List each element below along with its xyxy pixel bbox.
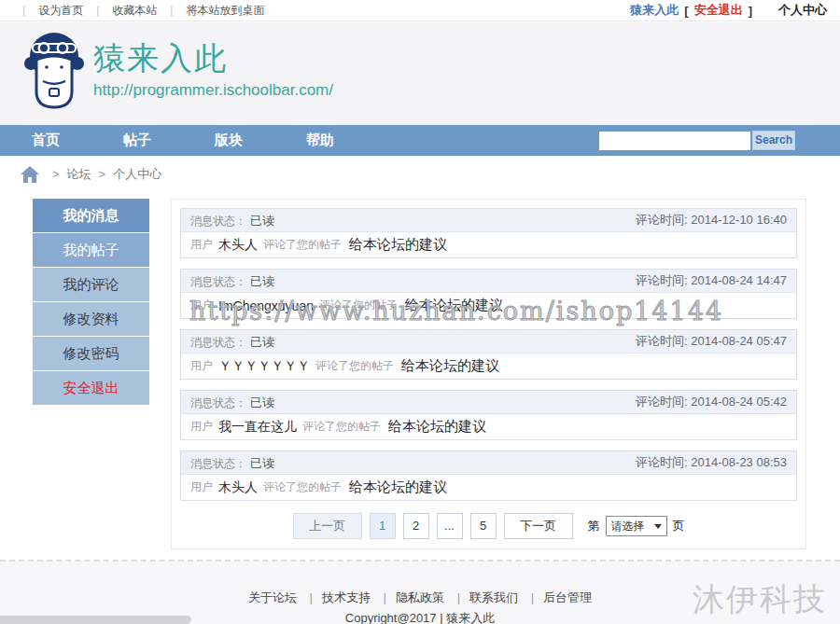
topbar-links: 设为首页 收藏本站 将本站放到桌面 — [9, 3, 264, 19]
search-area: Search — [599, 131, 795, 150]
breadcrumb-user-center[interactable]: 个人中心 — [91, 166, 162, 183]
page-button-2[interactable]: 2 — [403, 513, 429, 539]
jump-suffix: 页 — [673, 518, 685, 534]
nav-item-help[interactable]: 帮助 — [274, 132, 366, 149]
commenter-name[interactable]: 木头人 — [218, 237, 258, 254]
logout-link[interactable]: 安全退出 — [694, 2, 743, 19]
user-center-sidebar: 我的消息 我的帖子 我的评论 修改资料 修改密码 安全退出 — [33, 199, 149, 406]
sidebar-item-my-posts[interactable]: 我的帖子 — [33, 233, 149, 267]
comment-time: 评论时间: 2014-08-24 05:42 — [636, 394, 787, 410]
logo-text-block: 猿来入此 http://programmer.ischoolbar.com/ — [93, 30, 333, 100]
search-input[interactable] — [599, 132, 750, 150]
prev-page-button[interactable]: 上一页 — [293, 513, 362, 539]
post-title-link[interactable]: 给本论坛的建议 — [349, 236, 447, 254]
nav-item-boards[interactable]: 版块 — [183, 132, 274, 149]
message-card-body: 用户 木头人 评论了您的帖子 给本论坛的建议 — [181, 475, 796, 500]
user-center-link[interactable]: 个人中心 — [778, 2, 827, 19]
status-value: 已读 — [250, 214, 274, 228]
breadcrumb: 论坛 个人中心 — [0, 156, 840, 193]
post-title-link[interactable]: 给本论坛的建议 — [388, 418, 486, 436]
action-text: 评论了您的帖子 — [302, 419, 381, 435]
footer-link-admin[interactable]: 后台管理 — [522, 590, 592, 604]
status-label: 消息状态： — [190, 215, 246, 228]
nav-item-home[interactable]: 首页 — [0, 132, 91, 149]
desktop-shortcut-link[interactable]: 将本站放到桌面 — [157, 3, 264, 19]
commenter-name[interactable]: ＹＹＹＹＹＹＹ — [218, 358, 310, 375]
message-list-panel: 消息状态：已读 评论时间: 2014-12-10 16:40 用户 木头人 评论… — [171, 199, 806, 549]
message-card-body: 用户 我一直在这儿 评论了您的帖子 给本论坛的建议 — [181, 414, 796, 439]
footer-link-contact[interactable]: 联系我们 — [448, 590, 518, 604]
brand-watermark: 沐伊科技 — [693, 578, 827, 621]
action-text: 评论了您的帖子 — [263, 479, 342, 495]
main-nav: 首页 帖子 版块 帮助 Search — [0, 125, 840, 156]
sidebar-item-change-password[interactable]: 修改密码 — [33, 337, 149, 370]
next-page-button[interactable]: 下一页 — [504, 513, 573, 539]
comment-time: 评论时间: 2014-12-10 16:40 — [636, 212, 787, 229]
page-jump: 第 请选择 页 — [588, 516, 685, 536]
sidebar-item-logout[interactable]: 安全退出 — [33, 371, 149, 405]
topbar-user-area: 猿来入此 [ 安全退出 ] 个人中心 — [630, 2, 827, 19]
chevron-down-icon — [654, 524, 662, 529]
post-title-link[interactable]: 给本论坛的建议 — [349, 478, 447, 496]
status-value: 已读 — [250, 456, 274, 470]
breadcrumb-forum[interactable]: 论坛 — [45, 166, 91, 183]
message-card-header: 消息状态：已读 评论时间: 2014-12-10 16:40 — [181, 209, 796, 232]
site-logo[interactable]: 猿来入此 http://programmer.ischoolbar.com/ — [24, 30, 333, 114]
footer-link-privacy[interactable]: 隐私政策 — [374, 590, 444, 604]
comment-time: 评论时间: 2014-08-24 05:47 — [636, 333, 787, 350]
user-label: 用户 — [190, 358, 213, 374]
action-text: 评论了您的帖子 — [315, 358, 394, 374]
comment-time: 评论时间: 2014-08-23 08:53 — [636, 454, 787, 471]
message-card-header: 消息状态：已读 评论时间: 2014-08-24 14:47 — [181, 270, 796, 293]
logo-url[interactable]: http://programmer.ischoolbar.com/ — [93, 81, 333, 100]
monkey-logo-icon — [24, 30, 84, 114]
footer-link-about[interactable]: 关于论坛 — [248, 590, 297, 604]
message-card-header: 消息状态：已读 评论时间: 2014-08-24 05:47 — [181, 330, 796, 354]
sidebar-item-edit-profile[interactable]: 修改资料 — [33, 302, 149, 336]
status-value: 已读 — [250, 395, 274, 409]
message-card-body: 用户 ImChengxuyuan 评论了您的帖子 给本论坛的建议 — [181, 293, 796, 318]
set-homepage-link[interactable]: 设为首页 — [9, 3, 83, 19]
page-button-1[interactable]: 1 — [370, 513, 396, 539]
user-label: 用户 — [190, 419, 213, 435]
message-card: 消息状态：已读 评论时间: 2014-12-10 16:40 用户 木头人 评论… — [180, 208, 797, 258]
search-button[interactable]: Search — [752, 131, 795, 150]
page-ellipsis: ... — [437, 513, 463, 539]
status-label: 消息状态： — [190, 396, 246, 409]
page: 设为首页 收藏本站 将本站放到桌面 猿来入此 [ 安全退出 ] 个人中心 — [0, 0, 840, 624]
sidebar-item-my-comments[interactable]: 我的评论 — [33, 268, 149, 301]
bracket-open: [ — [684, 4, 688, 18]
commenter-name[interactable]: 木头人 — [218, 479, 258, 496]
comment-time: 评论时间: 2014-08-24 14:47 — [636, 272, 787, 289]
bracket-close: ] — [749, 4, 752, 18]
sidebar-item-my-messages[interactable]: 我的消息 — [33, 199, 149, 232]
home-icon[interactable] — [21, 166, 39, 183]
status-label: 消息状态： — [190, 336, 246, 349]
jump-prefix: 第 — [588, 518, 600, 534]
message-card: 消息状态：已读 评论时间: 2014-08-23 08:53 用户 木头人 评论… — [180, 451, 797, 501]
bookmark-link[interactable]: 收藏本站 — [83, 3, 157, 19]
commenter-name[interactable]: 我一直在这儿 — [218, 419, 297, 436]
status-value: 已读 — [250, 274, 274, 288]
post-title-link[interactable]: 给本论坛的建议 — [401, 357, 499, 375]
message-card-body: 用户 木头人 评论了您的帖子 给本论坛的建议 — [181, 232, 796, 257]
logo-title: 猿来入此 — [93, 41, 333, 76]
username-link[interactable]: 猿来入此 — [630, 2, 679, 19]
user-label: 用户 — [190, 479, 213, 495]
message-card-body: 用户 ＹＹＹＹＹＹＹ 评论了您的帖子 给本论坛的建议 — [181, 354, 796, 379]
message-card: 消息状态：已读 评论时间: 2014-08-24 14:47 用户 ImChen… — [180, 269, 797, 319]
page-jump-select[interactable]: 请选择 — [606, 516, 667, 536]
message-card-header: 消息状态：已读 评论时间: 2014-08-24 05:42 — [181, 391, 796, 414]
user-label: 用户 — [190, 237, 213, 253]
commenter-name[interactable]: ImChengxuyuan — [218, 298, 314, 313]
page-button-5[interactable]: 5 — [470, 513, 497, 539]
nav-item-posts[interactable]: 帖子 — [91, 132, 183, 149]
status-value: 已读 — [250, 335, 274, 349]
user-label: 用户 — [190, 298, 213, 313]
footer-link-support[interactable]: 技术支持 — [301, 590, 371, 604]
site-header: 猿来入此 http://programmer.ischoolbar.com/ — [0, 22, 840, 125]
post-title-link[interactable]: 给本论坛的建议 — [405, 297, 503, 314]
status-label: 消息状态： — [190, 275, 246, 288]
horizontal-scrollbar-thumb[interactable] — [0, 616, 191, 624]
status-label: 消息状态： — [190, 457, 246, 470]
